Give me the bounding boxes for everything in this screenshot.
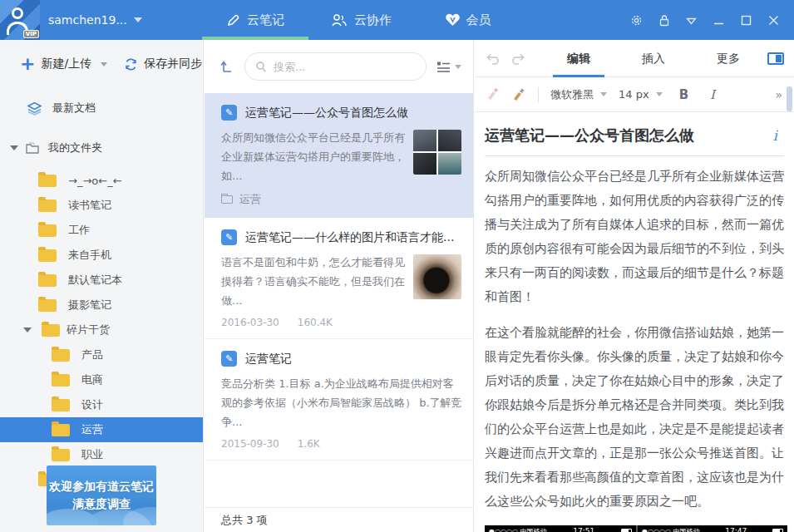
maximize-icon[interactable]: [732, 0, 760, 40]
folder-icon: [52, 374, 70, 387]
font-family-select[interactable]: 微软雅黑: [550, 87, 607, 102]
pen-icon: [226, 13, 240, 27]
folder-label: 电商: [81, 372, 103, 387]
tab-cloud-notes[interactable]: 云笔记: [202, 0, 308, 40]
new-upload-label: 新建/上传: [41, 57, 91, 71]
editor-tab-insert[interactable]: 插入: [616, 40, 691, 77]
tab-member[interactable]: 会员: [415, 0, 521, 40]
new-upload-button[interactable]: + 新建/上传: [20, 55, 107, 73]
folder-item[interactable]: 摄影笔记: [0, 293, 203, 318]
account-menu[interactable]: samchen19...: [48, 0, 142, 40]
note-item[interactable]: ✎ 运营笔记 竞品分析类 1.目标 a.为企业战略布局提供相对客观的参考依据（小…: [205, 339, 473, 461]
subfolder-item-selected[interactable]: 运营: [0, 417, 203, 442]
clock-label: 17:51: [550, 527, 618, 532]
undo-icon[interactable]: [485, 52, 500, 65]
editor-tab-more[interactable]: 更多: [691, 40, 766, 77]
paragraph[interactable]: 众所周知微信公众平台已经是几乎所有企业新媒体运营勾搭用户的重要阵地，如何用优质的…: [485, 165, 784, 309]
banner-line: 欢迎参加有道云笔记: [49, 478, 154, 495]
phone-screenshot-left: ●○○○○ 中国移动 17:51 〈返回 查看历史消息 ••• 2016年2月2…: [485, 525, 636, 532]
folder-item-expanded[interactable]: 碎片干货: [0, 318, 203, 342]
folder-label: 设计: [81, 397, 103, 412]
sidebar-item-my-folders[interactable]: 我的文件夹: [0, 128, 203, 168]
note-folder-tag: 运营: [221, 192, 261, 207]
note-item[interactable]: ✎ 运营笔记——什么样的图片和语言才能... 语言不是面包和牛奶，怎么才能看得见…: [205, 218, 473, 339]
format-painter-icon[interactable]: [486, 88, 501, 101]
note-folder-label: 运营: [239, 192, 261, 207]
battery-icon: [621, 529, 632, 532]
search-box[interactable]: [244, 52, 427, 81]
username-label: samchen19...: [48, 13, 127, 27]
folder-item[interactable]: 默认笔记本: [0, 268, 203, 293]
folder-item[interactable]: →_→o←_←: [0, 168, 203, 193]
vip-shield-icon: [446, 13, 460, 27]
clear-format-brush-icon[interactable]: [512, 88, 526, 101]
save-sync-button[interactable]: 保存并同步: [124, 57, 202, 71]
editor-tabs: 编辑 插入 更多: [541, 40, 767, 77]
note-thumbnail: [413, 254, 461, 299]
redo-icon[interactable]: [511, 52, 526, 65]
subfolder-item[interactable]: 电商: [0, 367, 203, 392]
subfolder-item[interactable]: 职业: [0, 442, 203, 467]
folder-icon: [38, 224, 57, 237]
paragraph[interactable]: 在这个看脸就能醉的社会，你用微信搭讪姑娘，她第一眼肯定先看你头像。你头像的质量，…: [485, 321, 784, 514]
chevron-down-icon: [134, 17, 142, 22]
main-tabs: 云笔记 云协作 会员: [202, 0, 521, 40]
settings-gear-icon[interactable]: [623, 0, 650, 40]
chevron-down-icon: [656, 92, 663, 96]
bold-button[interactable]: B: [674, 87, 693, 102]
subfolder-item[interactable]: 设计: [0, 392, 203, 417]
carrier-label: ●○○○○ 中国移动: [642, 527, 699, 532]
note-info-icon[interactable]: i: [773, 127, 784, 144]
folder-icon: [38, 274, 57, 287]
subfolder-item[interactable]: 产品: [0, 342, 203, 367]
editor-toolbar-top: 编辑 插入 更多: [475, 40, 794, 77]
tab-label: 云协作: [354, 12, 392, 28]
search-input[interactable]: [274, 61, 416, 73]
folder-label: 运营: [81, 422, 103, 437]
user-avatar[interactable]: VIP: [0, 0, 40, 40]
collapse-tray-icon[interactable]: [678, 0, 705, 40]
italic-button[interactable]: I: [705, 87, 720, 102]
go-up-level-icon[interactable]: [219, 59, 234, 74]
document-title[interactable]: 运营笔记——公众号首图怎么做: [485, 126, 773, 145]
carrier-label: ●○○○○ 中国移动: [489, 527, 546, 532]
editor-content[interactable]: 运营笔记——公众号首图怎么做 i 众所周知微信公众平台已经是几乎所有企业新媒体运…: [475, 114, 787, 532]
list-view-icon: [436, 61, 451, 73]
survey-banner[interactable]: 欢迎参加有道云笔记 满意度调查: [47, 466, 156, 525]
more-formats-button[interactable]: »: [775, 88, 782, 101]
folder-label: 产品: [81, 347, 103, 362]
note-list-panel: ✎ 运营笔记——公众号首图怎么做 众所周知微信公众平台已经是几乎所有企业新媒体运…: [205, 40, 474, 532]
close-icon[interactable]: [760, 0, 787, 40]
note-doc-icon: ✎: [221, 105, 237, 121]
chevron-down-icon: [600, 92, 607, 96]
folder-item[interactable]: 工作: [0, 218, 203, 243]
people-icon: [332, 13, 348, 27]
folder-icon: [52, 399, 70, 411]
tree-expand-icon[interactable]: [10, 145, 18, 150]
split-view-icon[interactable]: [767, 52, 784, 65]
view-options-button[interactable]: [436, 61, 461, 73]
clock-label: 17:47: [703, 527, 769, 532]
title-divider: [485, 155, 784, 156]
note-item-selected[interactable]: ✎ 运营笔记——公众号首图怎么做 众所周知微信公众平台已经是几乎所有企业新媒体运…: [205, 93, 473, 218]
note-count-footer: 总共 3 项: [205, 507, 473, 532]
note-title: 运营笔记——公众号首图怎么做: [245, 106, 408, 121]
folder-item[interactable]: 读书笔记: [0, 193, 203, 218]
sidebar-actions: + 新建/上传 保存并同步: [0, 40, 203, 88]
sidebar-item-latest-docs[interactable]: 最新文档: [0, 88, 203, 128]
editor-tab-edit[interactable]: 编辑: [541, 40, 616, 77]
folder-item[interactable]: 来自手机: [0, 243, 203, 268]
app-window: VIP samchen19... 云笔记 云协作: [0, 0, 794, 532]
minimize-icon[interactable]: [705, 0, 732, 40]
tab-cloud-collab[interactable]: 云协作: [308, 0, 415, 40]
note-doc-icon: ✎: [221, 229, 237, 245]
tree-expand-icon[interactable]: [23, 328, 32, 332]
lock-icon[interactable]: [650, 0, 678, 40]
folder-label: →_→o←_←: [68, 175, 122, 187]
note-date: 2016-03-30: [221, 317, 279, 328]
note-list-header: [205, 40, 473, 93]
font-size-select[interactable]: 14 px: [619, 88, 663, 101]
editor-scrollbar[interactable]: [787, 86, 792, 111]
avatar-person-icon: [12, 7, 23, 19]
embedded-image[interactable]: ●○○○○ 中国移动 17:51 〈返回 查看历史消息 ••• 2016年2月2…: [485, 525, 787, 532]
